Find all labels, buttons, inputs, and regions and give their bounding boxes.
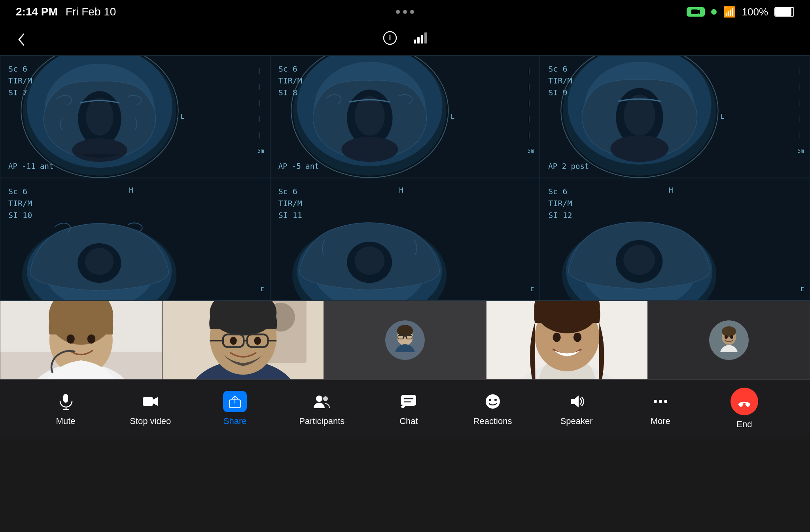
more-button[interactable]: More (641, 391, 680, 426)
svg-text:H: H (129, 186, 133, 194)
end-label: End (736, 419, 752, 430)
svg-point-74 (230, 337, 237, 345)
mri-scan-3: Sc 6TIR/MSI 9 H L AP 2 post | | | | | (540, 55, 810, 178)
svg-point-52 (624, 245, 655, 275)
status-dots (396, 10, 414, 14)
chat-icon (398, 391, 419, 412)
svg-point-105 (486, 394, 500, 409)
green-dot (711, 9, 717, 15)
svg-point-40 (85, 248, 114, 275)
svg-point-110 (659, 400, 662, 403)
participant-tile-2[interactable] (162, 301, 324, 380)
svg-marker-1 (698, 9, 700, 14)
more-label: More (651, 416, 670, 426)
status-bar: 2:14 PM Fri Feb 10 📶 100% (0, 0, 810, 24)
speaker-icon (566, 391, 587, 412)
mute-label: Mute (56, 416, 76, 426)
mute-button[interactable]: Mute (46, 391, 85, 426)
back-button[interactable] (16, 31, 28, 48)
svg-point-59 (66, 334, 74, 343)
stop-video-button[interactable]: Stop video (130, 391, 171, 426)
svg-text:i: i (389, 34, 391, 42)
participant-5-avatar (709, 320, 749, 360)
participants-icon (311, 391, 333, 412)
participant-tile-5[interactable] (648, 301, 810, 380)
stop-video-icon (140, 391, 161, 412)
reactions-icon (482, 391, 503, 412)
svg-point-94 (730, 335, 733, 339)
status-left: 2:14 PM Fri Feb 10 (16, 6, 116, 18)
svg-point-109 (654, 400, 657, 403)
participants-button[interactable]: Participants (299, 391, 344, 426)
mri-scan-2: Sc 6TIR/MSI 8 H L AP -5 ant | | | (270, 55, 540, 178)
brain-visual-1: H L (0, 56, 270, 178)
brain-visual-3: H L (540, 56, 810, 178)
mute-icon (55, 391, 76, 412)
svg-rect-98 (143, 397, 153, 406)
brain-visual-2: H L (271, 56, 540, 178)
participant-tile-3[interactable] (324, 301, 486, 380)
participant-3-avatar (385, 320, 425, 360)
participants-strip (0, 301, 810, 380)
signal-icon[interactable] (413, 31, 427, 48)
participants-label: Participants (299, 416, 344, 426)
dot3 (410, 10, 414, 14)
toolbar: Mute Stop video Share (0, 380, 810, 437)
svg-rect-95 (63, 394, 68, 403)
participant-tile-4[interactable] (486, 301, 648, 380)
chat-button[interactable]: Chat (389, 391, 428, 426)
svg-text:H: H (669, 186, 673, 194)
svg-rect-4 (414, 40, 416, 44)
mri-scan-1: Sc 6TIR/MSI 7 H L (0, 55, 270, 178)
participant-tile-1[interactable] (0, 301, 162, 380)
end-call-button[interactable]: End (725, 388, 764, 430)
svg-text:L: L (181, 113, 185, 120)
wifi-icon: 📶 (723, 6, 736, 18)
status-time: 2:14 PM (16, 6, 58, 18)
svg-point-24 (355, 96, 385, 135)
info-icon[interactable]: i (383, 31, 397, 48)
svg-point-46 (354, 246, 384, 275)
mri-annotation-3: AP 2 post (548, 162, 589, 170)
svg-point-75 (254, 337, 261, 345)
svg-point-106 (489, 399, 491, 401)
reactions-button[interactable]: Reactions (473, 391, 513, 426)
svg-point-33 (624, 95, 655, 135)
end-call-icon (731, 388, 758, 415)
mri-label-2: Sc 6TIR/MSI 8 (278, 63, 302, 98)
svg-point-101 (323, 396, 328, 401)
mri-scan-4: Sc 6TIR/MSI 10 H E (0, 178, 270, 301)
svg-rect-102 (401, 395, 416, 406)
speaker-button[interactable]: Speaker (557, 391, 596, 426)
speaker-label: Speaker (560, 416, 593, 426)
svg-point-93 (725, 335, 728, 339)
svg-point-34 (611, 135, 669, 162)
mri-label-3: Sc 6TIR/MSI 9 (548, 63, 572, 98)
svg-text:H: H (399, 186, 403, 194)
svg-point-60 (87, 334, 95, 343)
camera-icon (691, 9, 700, 15)
svg-text:L: L (721, 113, 725, 120)
svg-rect-5 (417, 37, 420, 44)
svg-marker-108 (571, 396, 579, 407)
svg-rect-0 (691, 9, 698, 14)
share-button[interactable]: Share (215, 391, 255, 426)
svg-point-88 (553, 333, 560, 342)
battery-percent: 100% (742, 6, 768, 18)
status-center (396, 10, 414, 14)
brain-visual-6: H (540, 178, 810, 300)
svg-text:L: L (450, 113, 454, 120)
mri-annotation-1: AP -11 ant (8, 162, 53, 170)
dot1 (396, 10, 400, 14)
reactions-label: Reactions (473, 416, 512, 426)
svg-point-15 (86, 98, 114, 135)
svg-point-107 (494, 399, 497, 401)
more-icon (650, 391, 671, 412)
svg-point-16 (72, 138, 127, 162)
mri-label-5: Sc 6TIR/MSI 11 (278, 186, 302, 221)
mri-label-4: Sc 6TIR/MSI 10 (8, 186, 32, 221)
nav-bar: i (0, 24, 810, 55)
svg-point-78 (397, 325, 413, 337)
status-date: Fri Feb 10 (66, 6, 116, 18)
nav-center: i (383, 31, 427, 48)
